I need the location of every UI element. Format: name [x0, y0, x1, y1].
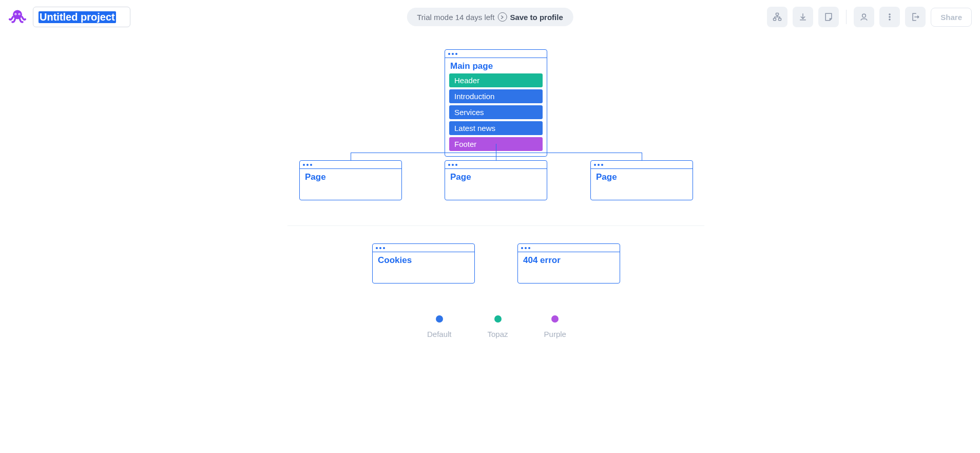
legend-item-default[interactable]: Default: [427, 315, 452, 338]
node-page-1[interactable]: Page: [299, 160, 402, 200]
legend-label: Topaz: [488, 330, 508, 338]
node-title[interactable]: Page: [445, 169, 547, 184]
separator: [287, 225, 704, 226]
card-chrome: [445, 161, 547, 169]
legend-label: Default: [427, 330, 452, 338]
topbar-actions: Share: [767, 7, 972, 27]
save-to-profile-link[interactable]: Save to profile: [510, 13, 563, 22]
app-logo-octopus-icon[interactable]: [8, 8, 27, 26]
legend-dot: [436, 315, 443, 323]
account-button[interactable]: [854, 7, 874, 27]
svg-point-0: [13, 10, 22, 20]
svg-rect-5: [776, 13, 779, 15]
card-chrome: [591, 161, 693, 169]
legend-item-purple[interactable]: Purple: [544, 315, 566, 338]
legend-label: Purple: [544, 330, 566, 338]
topbar: Untitled project Trial mode 14 days left…: [0, 0, 980, 34]
node-title[interactable]: 404 error: [518, 252, 620, 268]
node-page-3[interactable]: Page: [590, 160, 693, 200]
connector: [496, 153, 496, 160]
svg-point-9: [889, 14, 890, 15]
trial-banner[interactable]: Trial mode 14 days left Save to profile: [407, 8, 573, 26]
svg-point-10: [889, 16, 890, 17]
canvas[interactable]: Main page Header Introduction Services L…: [0, 34, 980, 453]
arrow-right-circle-icon: [497, 12, 507, 22]
node-title[interactable]: Page: [300, 169, 401, 184]
connector: [351, 153, 351, 160]
svg-point-11: [889, 19, 890, 20]
card-chrome: [518, 244, 620, 252]
node-title[interactable]: Main page: [445, 58, 547, 73]
card-chrome: [373, 244, 474, 252]
node-404[interactable]: 404 error: [517, 243, 620, 284]
block-latest-news[interactable]: Latest news: [449, 121, 543, 135]
color-legend: Default Topaz Purple: [427, 315, 566, 338]
legend-item-topaz[interactable]: Topaz: [488, 315, 508, 338]
trial-text: Trial mode 14 days left: [417, 13, 494, 22]
project-title-input[interactable]: Untitled project: [33, 7, 130, 27]
project-title-text: Untitled project: [39, 11, 116, 23]
svg-point-8: [862, 14, 866, 17]
svg-point-4: [19, 14, 20, 15]
node-page-2[interactable]: Page: [445, 160, 547, 200]
more-menu-button[interactable]: [879, 7, 900, 27]
card-chrome: [445, 50, 547, 58]
share-button[interactable]: Share: [931, 8, 972, 27]
svg-rect-7: [779, 18, 781, 21]
sitemap-view-button[interactable]: [767, 7, 787, 27]
divider: [846, 10, 847, 24]
connector: [496, 144, 496, 153]
legend-dot: [551, 315, 559, 323]
connector: [642, 153, 642, 160]
node-title[interactable]: Cookies: [373, 252, 474, 268]
node-main-page[interactable]: Main page Header Introduction Services L…: [445, 49, 547, 157]
note-button[interactable]: [818, 7, 839, 27]
node-cookies[interactable]: Cookies: [372, 243, 475, 284]
svg-rect-6: [774, 18, 776, 21]
card-chrome: [300, 161, 401, 169]
block-services[interactable]: Services: [449, 105, 543, 119]
block-header[interactable]: Header: [449, 73, 543, 87]
connector: [351, 153, 642, 153]
download-button[interactable]: [793, 7, 813, 27]
node-title[interactable]: Page: [591, 169, 693, 184]
svg-point-3: [15, 14, 16, 15]
block-introduction[interactable]: Introduction: [449, 89, 543, 103]
legend-dot: [494, 315, 502, 323]
exit-button[interactable]: [905, 7, 926, 27]
